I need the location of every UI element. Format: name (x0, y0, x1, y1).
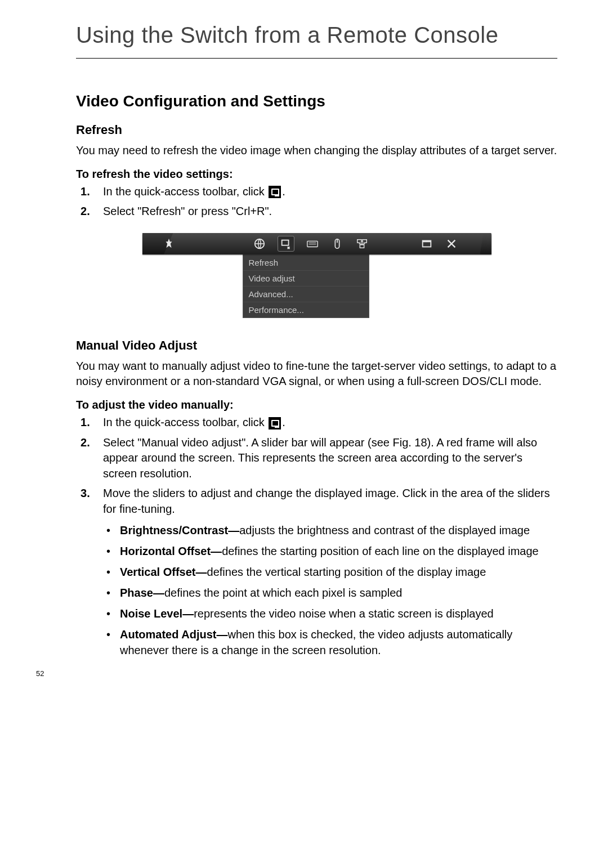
bullet-label: Vertical Offset— (120, 566, 207, 578)
bullet-label: Noise Level— (120, 607, 194, 620)
bullet-label: Automated Adjust— (120, 628, 227, 641)
server-icon[interactable] (356, 238, 368, 250)
bullet-text: defines the vertical starting position o… (207, 566, 486, 578)
keyboard-icon[interactable] (306, 238, 319, 250)
refresh-paragraph: You may need to refresh the video image … (76, 143, 557, 159)
pin-icon[interactable] (163, 238, 175, 250)
dropdown-item-advanced[interactable]: Advanced... (243, 287, 369, 302)
toolbar-screenshot: Refresh Video adjust Advanced... Perform… (142, 233, 491, 318)
refresh-heading: Refresh (76, 123, 557, 137)
dropdown-item-refresh[interactable]: Refresh (243, 255, 369, 271)
refresh-step-1-prefix: In the quick-access toolbar, click (103, 185, 267, 198)
manual-step-1: In the quick-access toolbar, click . (76, 415, 557, 431)
bullet-label: Horizontal Offset— (120, 545, 222, 557)
manual-step-1-suffix: . (282, 416, 285, 428)
manual-procedure-heading: To adjust the video manually: (76, 399, 557, 411)
svg-rect-11 (422, 240, 431, 242)
bullet-vertical-offset: Vertical Offset—defines the vertical sta… (103, 565, 557, 580)
refresh-step-1-suffix: . (282, 185, 285, 198)
manual-step-1-prefix: In the quick-access toolbar, click (103, 416, 267, 428)
video-settings-icon[interactable] (278, 236, 294, 251)
svg-rect-9 (360, 245, 364, 248)
svg-rect-7 (357, 239, 361, 243)
bullet-label: Phase— (120, 587, 164, 599)
video-settings-icon (269, 186, 281, 198)
bullet-automated-adjust: Automated Adjust—when this box is checke… (103, 627, 557, 657)
bullet-phase: Phase—defines the point at which each pi… (103, 585, 557, 601)
toolbar-bar (142, 233, 491, 254)
video-settings-icon (269, 417, 281, 429)
bullet-noise-level: Noise Level—represents the video noise w… (103, 606, 557, 621)
dropdown-item-performance[interactable]: Performance... (243, 302, 369, 317)
close-icon[interactable] (445, 238, 458, 250)
svg-rect-2 (307, 241, 317, 247)
bullet-horizontal-offset: Horizontal Offset—defines the starting p… (103, 544, 557, 559)
page-number: 52 (36, 669, 44, 678)
bullet-text: defines the starting position of each li… (222, 545, 539, 557)
bullet-brightness: Brightness/Contrast—adjusts the brightne… (103, 523, 557, 538)
refresh-step-1: In the quick-access toolbar, click . (76, 184, 557, 200)
manual-step-3-text: Move the sliders to adjust and change th… (103, 487, 550, 515)
svg-rect-1 (281, 240, 288, 245)
session-icon[interactable] (253, 238, 266, 250)
bullet-text: defines the point at which each pixel is… (164, 587, 402, 599)
manual-heading: Manual Video Adjust (76, 338, 557, 353)
bullet-text: adjusts the brightness and contrast of t… (239, 524, 530, 536)
refresh-step-2: Select "Refresh" or press "Crl+R". (76, 204, 557, 220)
svg-rect-8 (362, 239, 366, 243)
section-title: Video Configuration and Settings (76, 92, 557, 110)
manual-paragraph: You may want to manually adjust video to… (76, 359, 557, 390)
fullscreen-icon[interactable] (421, 238, 433, 250)
dropdown-item-video-adjust[interactable]: Video adjust (243, 271, 369, 287)
mouse-icon[interactable] (331, 238, 343, 250)
video-settings-dropdown: Refresh Video adjust Advanced... Perform… (243, 254, 369, 318)
chapter-title: Using the Switch from a Remote Console (76, 23, 557, 59)
manual-step-3: Move the sliders to adjust and change th… (76, 486, 557, 658)
bullet-label: Brightness/Contrast— (120, 524, 239, 536)
manual-step-2: Select "Manual video adjust". A slider b… (76, 435, 557, 482)
refresh-procedure-heading: To refresh the video settings: (76, 168, 557, 181)
bullet-text: represents the video noise when a static… (194, 607, 494, 620)
